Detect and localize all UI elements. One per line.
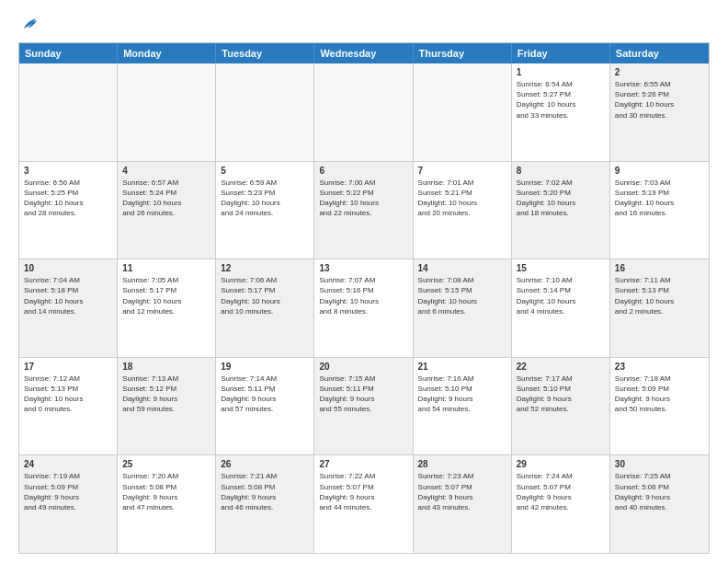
day-number: 27 [319, 459, 407, 469]
day-info: Sunrise: 7:11 AM Sunset: 5:13 PM Dayligh… [615, 275, 704, 316]
day-info: Sunrise: 7:23 AM Sunset: 5:07 PM Dayligh… [418, 471, 506, 512]
day-info: Sunrise: 7:22 AM Sunset: 5:07 PM Dayligh… [319, 471, 407, 512]
day-info: Sunrise: 7:01 AM Sunset: 5:21 PM Dayligh… [418, 178, 506, 219]
day-number: 21 [418, 362, 506, 372]
calendar-cell-14: 14Sunrise: 7:08 AM Sunset: 5:15 PM Dayli… [414, 259, 512, 357]
day-number: 11 [122, 263, 210, 273]
day-number: 3 [24, 166, 112, 176]
day-number: 18 [122, 362, 210, 372]
day-info: Sunrise: 7:24 AM Sunset: 5:07 PM Dayligh… [517, 471, 605, 512]
day-info: Sunrise: 7:16 AM Sunset: 5:10 PM Dayligh… [418, 373, 506, 415]
calendar-row-4: 24Sunrise: 7:19 AM Sunset: 5:09 PM Dayli… [19, 455, 709, 553]
weekday-header-monday: Monday [118, 43, 216, 63]
logo-bird-icon [18, 15, 39, 35]
calendar-cell-2: 2Sunrise: 6:55 AM Sunset: 5:26 PM Daylig… [610, 63, 709, 161]
calendar-row-0: 1Sunrise: 6:54 AM Sunset: 5:27 PM Daylig… [19, 63, 709, 162]
day-info: Sunrise: 6:56 AM Sunset: 5:25 PM Dayligh… [24, 178, 112, 219]
day-info: Sunrise: 7:00 AM Sunset: 5:22 PM Dayligh… [319, 178, 407, 219]
weekday-header-wednesday: Wednesday [314, 43, 413, 63]
calendar-cell-24: 24Sunrise: 7:19 AM Sunset: 5:09 PM Dayli… [19, 455, 118, 553]
day-number: 8 [517, 166, 605, 176]
day-info: Sunrise: 7:12 AM Sunset: 5:13 PM Dayligh… [24, 373, 112, 415]
weekday-header-saturday: Saturday [610, 43, 709, 63]
day-info: Sunrise: 6:57 AM Sunset: 5:24 PM Dayligh… [122, 178, 210, 219]
day-info: Sunrise: 7:17 AM Sunset: 5:10 PM Dayligh… [517, 373, 605, 415]
calendar-cell-19: 19Sunrise: 7:14 AM Sunset: 5:11 PM Dayli… [216, 358, 314, 455]
day-info: Sunrise: 7:15 AM Sunset: 5:11 PM Dayligh… [319, 373, 407, 415]
day-number: 10 [24, 263, 112, 273]
weekday-header-thursday: Thursday [414, 43, 512, 63]
weekday-header-sunday: Sunday [19, 43, 118, 63]
calendar-cell-29: 29Sunrise: 7:24 AM Sunset: 5:07 PM Dayli… [512, 455, 610, 553]
calendar-cell-6: 6Sunrise: 7:00 AM Sunset: 5:22 PM Daylig… [314, 162, 413, 259]
day-info: Sunrise: 7:18 AM Sunset: 5:09 PM Dayligh… [615, 373, 704, 415]
calendar-cell-16: 16Sunrise: 7:11 AM Sunset: 5:13 PM Dayli… [610, 259, 709, 357]
day-number: 17 [24, 362, 112, 372]
day-info: Sunrise: 6:54 AM Sunset: 5:27 PM Dayligh… [517, 79, 605, 121]
calendar-cell-empty-4 [414, 63, 512, 161]
day-number: 14 [418, 263, 506, 273]
calendar-cell-21: 21Sunrise: 7:16 AM Sunset: 5:10 PM Dayli… [414, 358, 512, 455]
day-info: Sunrise: 7:07 AM Sunset: 5:16 PM Dayligh… [319, 275, 407, 316]
calendar-cell-27: 27Sunrise: 7:22 AM Sunset: 5:07 PM Dayli… [314, 455, 413, 553]
day-number: 19 [221, 362, 309, 372]
day-number: 13 [319, 263, 407, 273]
calendar-cell-25: 25Sunrise: 7:20 AM Sunset: 5:08 PM Dayli… [118, 455, 216, 553]
day-info: Sunrise: 7:02 AM Sunset: 5:20 PM Dayligh… [517, 178, 605, 219]
day-number: 1 [517, 67, 605, 77]
day-number: 24 [24, 459, 112, 469]
logo [18, 15, 42, 35]
calendar-cell-18: 18Sunrise: 7:13 AM Sunset: 5:12 PM Dayli… [118, 358, 216, 455]
day-info: Sunrise: 7:10 AM Sunset: 5:14 PM Dayligh… [517, 275, 605, 316]
calendar-cell-empty-0 [19, 63, 118, 161]
day-number: 16 [615, 263, 704, 273]
calendar-cell-28: 28Sunrise: 7:23 AM Sunset: 5:07 PM Dayli… [414, 455, 512, 553]
calendar-cell-9: 9Sunrise: 7:03 AM Sunset: 5:19 PM Daylig… [610, 162, 709, 259]
day-info: Sunrise: 7:14 AM Sunset: 5:11 PM Dayligh… [221, 373, 309, 415]
day-number: 23 [615, 362, 704, 372]
day-number: 29 [517, 459, 605, 469]
calendar-body: 1Sunrise: 6:54 AM Sunset: 5:27 PM Daylig… [19, 63, 709, 553]
weekday-header-friday: Friday [512, 43, 610, 63]
day-number: 26 [221, 459, 309, 469]
calendar-cell-8: 8Sunrise: 7:02 AM Sunset: 5:20 PM Daylig… [512, 162, 610, 259]
day-info: Sunrise: 7:20 AM Sunset: 5:08 PM Dayligh… [122, 471, 210, 512]
calendar-cell-30: 30Sunrise: 7:25 AM Sunset: 5:06 PM Dayli… [610, 455, 709, 553]
calendar: SundayMondayTuesdayWednesdayThursdayFrid… [18, 42, 710, 554]
day-number: 25 [122, 459, 210, 469]
calendar-cell-12: 12Sunrise: 7:06 AM Sunset: 5:17 PM Dayli… [216, 259, 314, 357]
day-number: 9 [615, 166, 704, 176]
day-number: 15 [517, 263, 605, 273]
day-number: 12 [221, 263, 309, 273]
calendar-row-3: 17Sunrise: 7:12 AM Sunset: 5:13 PM Dayli… [19, 358, 709, 456]
calendar-cell-5: 5Sunrise: 6:59 AM Sunset: 5:23 PM Daylig… [216, 162, 314, 259]
day-info: Sunrise: 7:13 AM Sunset: 5:12 PM Dayligh… [122, 373, 210, 415]
calendar-cell-7: 7Sunrise: 7:01 AM Sunset: 5:21 PM Daylig… [414, 162, 512, 259]
calendar-cell-1: 1Sunrise: 6:54 AM Sunset: 5:27 PM Daylig… [512, 63, 610, 161]
day-info: Sunrise: 7:05 AM Sunset: 5:17 PM Dayligh… [122, 275, 210, 316]
day-number: 20 [319, 362, 407, 372]
day-info: Sunrise: 7:21 AM Sunset: 5:08 PM Dayligh… [221, 471, 309, 512]
calendar-cell-20: 20Sunrise: 7:15 AM Sunset: 5:11 PM Dayli… [314, 358, 413, 455]
day-number: 6 [319, 166, 407, 176]
page: SundayMondayTuesdayWednesdayThursdayFrid… [0, 0, 728, 563]
day-info: Sunrise: 7:08 AM Sunset: 5:15 PM Dayligh… [418, 275, 506, 316]
calendar-cell-10: 10Sunrise: 7:04 AM Sunset: 5:18 PM Dayli… [19, 259, 118, 357]
calendar-cell-15: 15Sunrise: 7:10 AM Sunset: 5:14 PM Dayli… [512, 259, 610, 357]
day-number: 4 [122, 166, 210, 176]
calendar-cell-23: 23Sunrise: 7:18 AM Sunset: 5:09 PM Dayli… [610, 358, 709, 455]
day-number: 7 [418, 166, 506, 176]
day-info: Sunrise: 7:19 AM Sunset: 5:09 PM Dayligh… [24, 471, 112, 512]
calendar-cell-26: 26Sunrise: 7:21 AM Sunset: 5:08 PM Dayli… [216, 455, 314, 553]
calendar-header: SundayMondayTuesdayWednesdayThursdayFrid… [19, 43, 709, 63]
calendar-cell-empty-1 [118, 63, 216, 161]
header [18, 15, 710, 35]
calendar-cell-empty-2 [216, 63, 314, 161]
calendar-cell-4: 4Sunrise: 6:57 AM Sunset: 5:24 PM Daylig… [118, 162, 216, 259]
calendar-cell-17: 17Sunrise: 7:12 AM Sunset: 5:13 PM Dayli… [19, 358, 118, 455]
day-number: 28 [418, 459, 506, 469]
day-number: 5 [221, 166, 309, 176]
calendar-cell-11: 11Sunrise: 7:05 AM Sunset: 5:17 PM Dayli… [118, 259, 216, 357]
day-info: Sunrise: 6:59 AM Sunset: 5:23 PM Dayligh… [221, 178, 309, 219]
calendar-cell-3: 3Sunrise: 6:56 AM Sunset: 5:25 PM Daylig… [19, 162, 118, 259]
